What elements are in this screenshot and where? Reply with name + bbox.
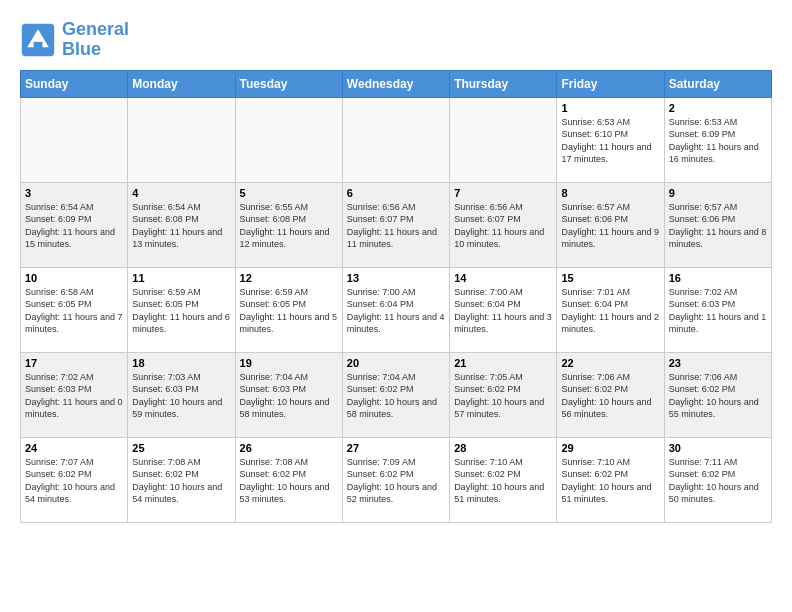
calendar-day-cell: [342, 97, 449, 182]
day-info: Sunrise: 7:08 AM Sunset: 6:02 PM Dayligh…: [240, 456, 338, 506]
calendar-header-row: SundayMondayTuesdayWednesdayThursdayFrid…: [21, 70, 772, 97]
day-info: Sunrise: 7:06 AM Sunset: 6:02 PM Dayligh…: [669, 371, 767, 421]
day-info: Sunrise: 6:56 AM Sunset: 6:07 PM Dayligh…: [454, 201, 552, 251]
weekday-header-sunday: Sunday: [21, 70, 128, 97]
day-info: Sunrise: 6:57 AM Sunset: 6:06 PM Dayligh…: [561, 201, 659, 251]
day-info: Sunrise: 6:56 AM Sunset: 6:07 PM Dayligh…: [347, 201, 445, 251]
day-info: Sunrise: 7:10 AM Sunset: 6:02 PM Dayligh…: [561, 456, 659, 506]
day-number: 14: [454, 272, 552, 284]
day-number: 29: [561, 442, 659, 454]
day-info: Sunrise: 7:04 AM Sunset: 6:03 PM Dayligh…: [240, 371, 338, 421]
day-info: Sunrise: 7:10 AM Sunset: 6:02 PM Dayligh…: [454, 456, 552, 506]
calendar-day-cell: [235, 97, 342, 182]
calendar-day-cell: 30Sunrise: 7:11 AM Sunset: 6:02 PM Dayli…: [664, 437, 771, 522]
day-number: 10: [25, 272, 123, 284]
calendar-day-cell: 19Sunrise: 7:04 AM Sunset: 6:03 PM Dayli…: [235, 352, 342, 437]
calendar-day-cell: 6Sunrise: 6:56 AM Sunset: 6:07 PM Daylig…: [342, 182, 449, 267]
calendar-day-cell: 22Sunrise: 7:06 AM Sunset: 6:02 PM Dayli…: [557, 352, 664, 437]
day-info: Sunrise: 7:08 AM Sunset: 6:02 PM Dayligh…: [132, 456, 230, 506]
calendar-day-cell: 24Sunrise: 7:07 AM Sunset: 6:02 PM Dayli…: [21, 437, 128, 522]
day-info: Sunrise: 7:07 AM Sunset: 6:02 PM Dayligh…: [25, 456, 123, 506]
day-number: 26: [240, 442, 338, 454]
day-info: Sunrise: 6:57 AM Sunset: 6:06 PM Dayligh…: [669, 201, 767, 251]
day-number: 21: [454, 357, 552, 369]
day-info: Sunrise: 6:59 AM Sunset: 6:05 PM Dayligh…: [240, 286, 338, 336]
day-info: Sunrise: 6:59 AM Sunset: 6:05 PM Dayligh…: [132, 286, 230, 336]
day-number: 11: [132, 272, 230, 284]
day-info: Sunrise: 7:01 AM Sunset: 6:04 PM Dayligh…: [561, 286, 659, 336]
calendar-week-row-5: 24Sunrise: 7:07 AM Sunset: 6:02 PM Dayli…: [21, 437, 772, 522]
calendar-day-cell: 7Sunrise: 6:56 AM Sunset: 6:07 PM Daylig…: [450, 182, 557, 267]
calendar-day-cell: 18Sunrise: 7:03 AM Sunset: 6:03 PM Dayli…: [128, 352, 235, 437]
svg-rect-2: [34, 42, 43, 49]
day-number: 25: [132, 442, 230, 454]
day-number: 19: [240, 357, 338, 369]
calendar-day-cell: [21, 97, 128, 182]
day-number: 23: [669, 357, 767, 369]
logo-icon: [20, 22, 56, 58]
day-info: Sunrise: 7:00 AM Sunset: 6:04 PM Dayligh…: [454, 286, 552, 336]
day-number: 9: [669, 187, 767, 199]
weekday-header-saturday: Saturday: [664, 70, 771, 97]
calendar-day-cell: 10Sunrise: 6:58 AM Sunset: 6:05 PM Dayli…: [21, 267, 128, 352]
day-info: Sunrise: 7:00 AM Sunset: 6:04 PM Dayligh…: [347, 286, 445, 336]
day-info: Sunrise: 7:06 AM Sunset: 6:02 PM Dayligh…: [561, 371, 659, 421]
calendar-day-cell: 9Sunrise: 6:57 AM Sunset: 6:06 PM Daylig…: [664, 182, 771, 267]
calendar-week-row-2: 3Sunrise: 6:54 AM Sunset: 6:09 PM Daylig…: [21, 182, 772, 267]
logo: General Blue: [20, 20, 129, 60]
day-number: 1: [561, 102, 659, 114]
day-number: 7: [454, 187, 552, 199]
calendar-week-row-1: 1Sunrise: 6:53 AM Sunset: 6:10 PM Daylig…: [21, 97, 772, 182]
day-info: Sunrise: 6:54 AM Sunset: 6:09 PM Dayligh…: [25, 201, 123, 251]
calendar-day-cell: 5Sunrise: 6:55 AM Sunset: 6:08 PM Daylig…: [235, 182, 342, 267]
calendar-day-cell: 23Sunrise: 7:06 AM Sunset: 6:02 PM Dayli…: [664, 352, 771, 437]
day-number: 13: [347, 272, 445, 284]
calendar-day-cell: 21Sunrise: 7:05 AM Sunset: 6:02 PM Dayli…: [450, 352, 557, 437]
calendar-day-cell: [128, 97, 235, 182]
logo-name-general: General: [62, 19, 129, 39]
calendar-table: SundayMondayTuesdayWednesdayThursdayFrid…: [20, 70, 772, 523]
day-number: 4: [132, 187, 230, 199]
calendar-week-row-3: 10Sunrise: 6:58 AM Sunset: 6:05 PM Dayli…: [21, 267, 772, 352]
calendar-day-cell: 16Sunrise: 7:02 AM Sunset: 6:03 PM Dayli…: [664, 267, 771, 352]
calendar-day-cell: 1Sunrise: 6:53 AM Sunset: 6:10 PM Daylig…: [557, 97, 664, 182]
day-info: Sunrise: 6:53 AM Sunset: 6:10 PM Dayligh…: [561, 116, 659, 166]
day-number: 17: [25, 357, 123, 369]
day-info: Sunrise: 7:04 AM Sunset: 6:02 PM Dayligh…: [347, 371, 445, 421]
day-number: 3: [25, 187, 123, 199]
logo-name-blue: Blue: [62, 40, 129, 60]
day-info: Sunrise: 7:03 AM Sunset: 6:03 PM Dayligh…: [132, 371, 230, 421]
logo-text: General Blue: [62, 20, 129, 60]
calendar-day-cell: 17Sunrise: 7:02 AM Sunset: 6:03 PM Dayli…: [21, 352, 128, 437]
day-info: Sunrise: 7:09 AM Sunset: 6:02 PM Dayligh…: [347, 456, 445, 506]
header: General Blue: [20, 20, 772, 60]
day-number: 12: [240, 272, 338, 284]
calendar-day-cell: 25Sunrise: 7:08 AM Sunset: 6:02 PM Dayli…: [128, 437, 235, 522]
calendar-day-cell: 11Sunrise: 6:59 AM Sunset: 6:05 PM Dayli…: [128, 267, 235, 352]
weekday-header-friday: Friday: [557, 70, 664, 97]
day-number: 27: [347, 442, 445, 454]
calendar-day-cell: 27Sunrise: 7:09 AM Sunset: 6:02 PM Dayli…: [342, 437, 449, 522]
day-number: 18: [132, 357, 230, 369]
calendar-day-cell: 26Sunrise: 7:08 AM Sunset: 6:02 PM Dayli…: [235, 437, 342, 522]
calendar-day-cell: [450, 97, 557, 182]
weekday-header-thursday: Thursday: [450, 70, 557, 97]
day-info: Sunrise: 6:58 AM Sunset: 6:05 PM Dayligh…: [25, 286, 123, 336]
calendar-day-cell: 4Sunrise: 6:54 AM Sunset: 6:08 PM Daylig…: [128, 182, 235, 267]
calendar-day-cell: 3Sunrise: 6:54 AM Sunset: 6:09 PM Daylig…: [21, 182, 128, 267]
day-info: Sunrise: 7:05 AM Sunset: 6:02 PM Dayligh…: [454, 371, 552, 421]
calendar-day-cell: 14Sunrise: 7:00 AM Sunset: 6:04 PM Dayli…: [450, 267, 557, 352]
day-info: Sunrise: 7:02 AM Sunset: 6:03 PM Dayligh…: [669, 286, 767, 336]
day-number: 6: [347, 187, 445, 199]
day-info: Sunrise: 7:11 AM Sunset: 6:02 PM Dayligh…: [669, 456, 767, 506]
day-number: 30: [669, 442, 767, 454]
calendar-day-cell: 20Sunrise: 7:04 AM Sunset: 6:02 PM Dayli…: [342, 352, 449, 437]
calendar-day-cell: 28Sunrise: 7:10 AM Sunset: 6:02 PM Dayli…: [450, 437, 557, 522]
day-number: 22: [561, 357, 659, 369]
day-info: Sunrise: 7:02 AM Sunset: 6:03 PM Dayligh…: [25, 371, 123, 421]
day-info: Sunrise: 6:54 AM Sunset: 6:08 PM Dayligh…: [132, 201, 230, 251]
calendar-day-cell: 13Sunrise: 7:00 AM Sunset: 6:04 PM Dayli…: [342, 267, 449, 352]
day-number: 15: [561, 272, 659, 284]
calendar-week-row-4: 17Sunrise: 7:02 AM Sunset: 6:03 PM Dayli…: [21, 352, 772, 437]
day-number: 8: [561, 187, 659, 199]
